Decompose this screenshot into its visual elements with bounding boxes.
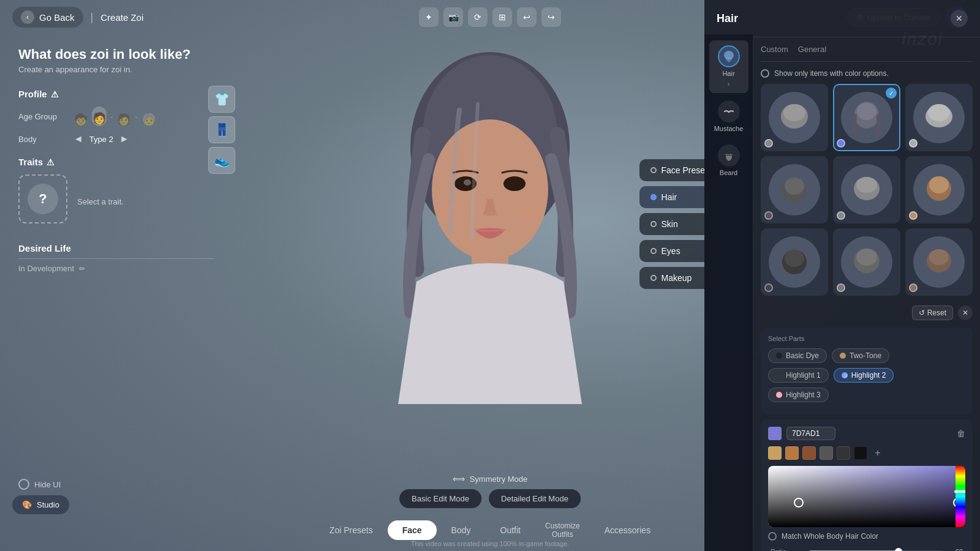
- preset-color-6[interactable]: [854, 446, 867, 460]
- hair-item-3[interactable]: [905, 84, 973, 151]
- hair-label: Hair: [662, 192, 677, 202]
- hair-preview-5: [841, 164, 893, 216]
- action-close-button[interactable]: ✕: [958, 305, 973, 320]
- trait-select-label: Select a trait.: [77, 197, 124, 206]
- preset-color-2[interactable]: [785, 446, 799, 460]
- body-selector[interactable]: ◄ Type 2 ►: [74, 133, 129, 144]
- studio-icon: 🎨: [22, 500, 32, 509]
- tab-body[interactable]: Body: [437, 520, 486, 540]
- tab-general[interactable]: General: [798, 45, 826, 56]
- add-color-button[interactable]: +: [871, 446, 884, 460]
- basic-dye-label: Basic Dye: [786, 351, 819, 360]
- show-color-option[interactable]: Show only items with color options.: [761, 69, 973, 78]
- show-color-radio[interactable]: [761, 69, 769, 78]
- sidebar-item-hair[interactable]: Hair ›: [709, 40, 748, 93]
- svg-point-5: [503, 176, 526, 191]
- hair-item-9[interactable]: [905, 228, 973, 296]
- reset-button[interactable]: ↺ Reset: [912, 305, 953, 320]
- hide-ui-row[interactable]: Hide UI: [18, 479, 61, 490]
- color-swatch[interactable]: [768, 427, 782, 440]
- hair-checkmark-2: ✓: [886, 88, 897, 99]
- svg-rect-29: [768, 466, 965, 527]
- body-prev-button[interactable]: ◄: [74, 133, 83, 144]
- tab-zoi-presets[interactable]: Zoi Presets: [315, 520, 388, 540]
- edit-icon[interactable]: ✏: [79, 264, 85, 273]
- right-panel-header: Hair ✕: [704, 0, 980, 37]
- char-thumb-shoes[interactable]: 👟: [208, 147, 235, 174]
- hair-color-dot-3: [909, 139, 918, 148]
- hair-preview-1: [769, 92, 821, 144]
- svg-point-11: [783, 104, 805, 121]
- skin-label: Skin: [662, 219, 678, 229]
- symmetry-label: Symmetry Mode: [470, 474, 528, 484]
- sidebar-item-beard[interactable]: Beard: [709, 140, 748, 181]
- close-panel-button[interactable]: ✕: [951, 10, 968, 27]
- hair-color-dot-7: [764, 283, 773, 292]
- hair-item-8[interactable]: [833, 228, 900, 296]
- parts-row-1: Basic Dye Two-Tone: [768, 348, 965, 363]
- hair-dot: [650, 194, 657, 200]
- tab-outfit[interactable]: Outfit: [486, 520, 535, 540]
- left-panel: What does zoi in look like? Create an ap…: [0, 34, 233, 285]
- part-btn-two-tone[interactable]: Two-Tone: [832, 348, 889, 363]
- symmetry-row: ⟺ Symmetry Mode: [453, 474, 528, 484]
- studio-button[interactable]: 🎨 Studio: [12, 495, 69, 514]
- hair-color-dot-9: [909, 283, 918, 292]
- tab-custom[interactable]: Custom: [761, 45, 788, 56]
- toolbar-camera-icon[interactable]: 📷: [443, 7, 463, 27]
- color-hex-row: 🗑: [768, 427, 965, 440]
- tab-customize-outfits[interactable]: Customize Outfits: [535, 519, 590, 541]
- preset-color-5[interactable]: [837, 446, 850, 460]
- color-hex-input[interactable]: [786, 427, 835, 440]
- part-btn-highlight3[interactable]: Highlight 3: [768, 388, 829, 402]
- toolbar-grid-icon[interactable]: ⊞: [492, 7, 512, 27]
- desired-life-value: In Development ✏: [18, 264, 214, 273]
- trait-slot[interactable]: ?: [18, 174, 67, 223]
- hair-preview-6: [913, 164, 965, 216]
- toolbar-redo-icon[interactable]: ↪: [541, 7, 561, 27]
- age-selector[interactable]: 🧒 🧑 - 🧑 - 🧓: [74, 107, 156, 126]
- char-thumb-shirt[interactable]: 👕: [208, 86, 235, 113]
- hide-ui-checkbox[interactable]: [18, 479, 29, 490]
- tab-accessories[interactable]: Accessories: [590, 520, 665, 540]
- char-thumb-pants[interactable]: 👖: [208, 116, 235, 143]
- toolbar-undo-icon[interactable]: ↩: [517, 7, 537, 27]
- age-elder-icon[interactable]: 🧓: [141, 107, 156, 126]
- preset-color-4[interactable]: [820, 446, 833, 460]
- svg-point-2: [432, 119, 548, 260]
- ratio-value: 68: [946, 548, 963, 551]
- basic-edit-mode-button[interactable]: Basic Edit Mode: [399, 489, 481, 508]
- toolbar-move-icon[interactable]: ✦: [419, 7, 439, 27]
- detailed-edit-mode-button[interactable]: Detailed Edit Mode: [489, 489, 581, 508]
- part-btn-highlight2[interactable]: Highlight 2: [834, 368, 894, 383]
- body-next-button[interactable]: ►: [119, 133, 129, 144]
- tab-face[interactable]: Face: [388, 520, 437, 540]
- right-panel-title: Hair: [717, 12, 738, 25]
- svg-point-17: [785, 178, 804, 195]
- age-group-label: Age Group: [18, 112, 74, 121]
- part-btn-highlight1[interactable]: Highlight 1: [768, 368, 829, 383]
- sidebar-item-mustache[interactable]: Mustache: [709, 96, 748, 137]
- hair-item-6[interactable]: [905, 156, 973, 223]
- hair-item-7[interactable]: [761, 228, 828, 296]
- hair-item-5[interactable]: [833, 156, 900, 223]
- color-canvas-wrapper[interactable]: [768, 466, 965, 527]
- match-body-radio[interactable]: [768, 532, 777, 541]
- ratio-label: Ratio: [771, 548, 804, 551]
- back-button[interactable]: ‹ Go Back: [12, 7, 83, 28]
- part-btn-basic-dye[interactable]: Basic Dye: [768, 348, 827, 363]
- toolbar-rotate-icon[interactable]: ⟳: [468, 7, 488, 27]
- mustache-sidebar-icon: [718, 100, 740, 122]
- delete-color-icon[interactable]: 🗑: [957, 429, 965, 438]
- hair-item-4[interactable]: [761, 156, 828, 223]
- hue-slider[interactable]: [956, 466, 965, 527]
- ratio-slider-thumb[interactable]: [895, 548, 902, 551]
- age-child-icon[interactable]: 🧒: [74, 107, 88, 126]
- hair-item-1[interactable]: [761, 84, 828, 151]
- hair-preview-7: [769, 236, 821, 288]
- hair-item-2[interactable]: ✓: [833, 84, 900, 151]
- age-adult-icon[interactable]: 🧑: [116, 107, 131, 126]
- age-teen-icon[interactable]: 🧑: [92, 107, 107, 126]
- preset-color-1[interactable]: [768, 446, 782, 460]
- preset-color-3[interactable]: [802, 446, 816, 460]
